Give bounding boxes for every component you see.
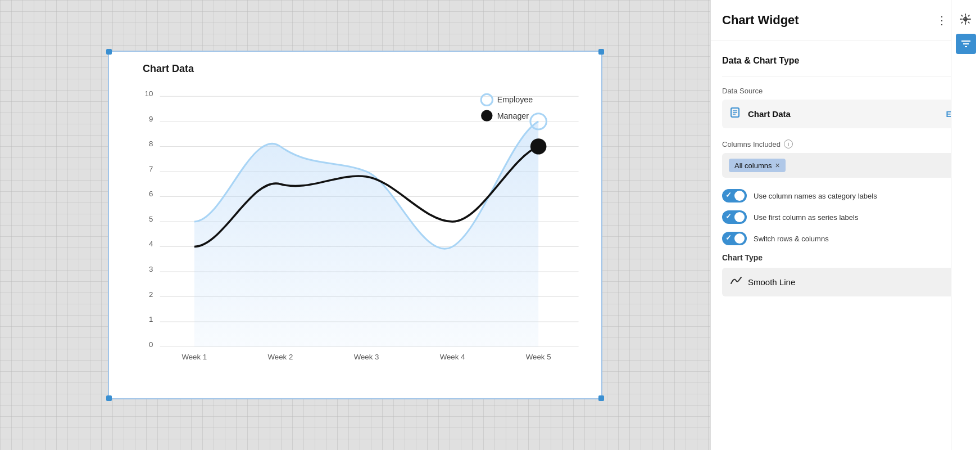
chart-type-name: Smooth Line xyxy=(748,277,947,287)
svg-text:9: 9 xyxy=(149,115,153,123)
settings-button[interactable] xyxy=(955,9,976,29)
toggle-column-names[interactable] xyxy=(722,189,747,202)
handle-bl[interactable] xyxy=(106,395,112,401)
section-title: Data & Chart Type xyxy=(722,56,800,66)
svg-point-28 xyxy=(530,138,547,154)
svg-text:Week 5: Week 5 xyxy=(526,353,551,361)
edge-panel: + xyxy=(951,0,980,450)
data-source-name: Chart Data xyxy=(748,109,941,119)
svg-point-31 xyxy=(481,110,492,122)
handle-br[interactable] xyxy=(598,395,604,401)
svg-text:6: 6 xyxy=(149,190,153,198)
svg-point-40 xyxy=(964,17,967,21)
svg-text:0: 0 xyxy=(149,340,153,349)
chart-type-dropdown[interactable]: Smooth Line ▼ xyxy=(722,268,969,296)
canvas-area: Chart Data 0 1 2 3 4 5 6 7 8 9 10 Week 1… xyxy=(0,0,710,450)
smooth-line-icon xyxy=(730,274,742,290)
toggle-label-1: Use column names as category labels xyxy=(754,192,877,200)
chart-widget: Chart Data 0 1 2 3 4 5 6 7 8 9 10 Week 1… xyxy=(108,51,602,399)
toggle-label-3: Switch rows & columns xyxy=(754,235,829,243)
data-source-box[interactable]: Chart Data Edit xyxy=(722,100,969,128)
handle-tl[interactable] xyxy=(106,49,112,55)
tag-remove-button[interactable]: × xyxy=(775,161,779,170)
chart-inner: 0 1 2 3 4 5 6 7 8 9 10 Week 1 Week 2 Wee… xyxy=(143,80,590,365)
svg-text:Week 3: Week 3 xyxy=(354,353,379,361)
toggle-row-2: Use first column as series labels xyxy=(722,210,969,224)
svg-text:Employee: Employee xyxy=(497,96,533,105)
svg-text:8: 8 xyxy=(149,140,153,148)
chart-type-label: Chart Type xyxy=(722,253,969,262)
data-source-icon xyxy=(730,106,742,122)
chart-svg: 0 1 2 3 4 5 6 7 8 9 10 Week 1 Week 2 Wee… xyxy=(143,80,590,365)
svg-text:Week 4: Week 4 xyxy=(440,353,465,361)
toggle-switch-rows[interactable] xyxy=(722,232,747,245)
toggle-row-3: Switch rows & columns xyxy=(722,232,969,245)
svg-point-29 xyxy=(481,94,492,105)
svg-text:5: 5 xyxy=(149,215,153,223)
panel-title: Chart Widget xyxy=(722,13,928,28)
data-source-label: Data Source xyxy=(722,87,969,95)
chart-title: Chart Data xyxy=(143,63,590,75)
svg-text:7: 7 xyxy=(149,165,153,173)
svg-text:4: 4 xyxy=(149,240,153,249)
menu-button[interactable]: ⋮ xyxy=(933,10,951,30)
filter-button[interactable] xyxy=(956,34,976,54)
svg-text:2: 2 xyxy=(149,290,153,299)
handle-tr[interactable] xyxy=(598,49,604,55)
svg-text:1: 1 xyxy=(149,315,153,323)
toggle-first-column[interactable] xyxy=(722,210,747,224)
columns-label: Columns Included i xyxy=(722,140,969,148)
columns-tag: All columns × xyxy=(729,159,786,172)
svg-text:Week 2: Week 2 xyxy=(268,353,293,361)
toggle-row-1: Use column names as category labels xyxy=(722,189,969,202)
columns-dropdown[interactable]: All columns × ▼ xyxy=(722,153,969,178)
svg-text:10: 10 xyxy=(145,89,153,98)
right-panel: Chart Widget ⋮ × Data & Chart Type ∨ Dat… xyxy=(710,0,980,450)
toggle-label-2: Use first column as series labels xyxy=(754,213,858,222)
section-data-chart-type[interactable]: Data & Chart Type ∨ xyxy=(722,52,969,76)
info-icon: i xyxy=(784,140,793,148)
svg-text:Manager: Manager xyxy=(497,111,529,120)
svg-text:Week 1: Week 1 xyxy=(182,353,207,361)
panel-header: Chart Widget ⋮ × xyxy=(711,0,980,41)
svg-text:3: 3 xyxy=(149,265,153,273)
chart-type-section: Chart Type Smooth Line ▼ xyxy=(722,253,969,296)
panel-content: Data & Chart Type ∨ Data Source Chart Da… xyxy=(711,41,980,450)
